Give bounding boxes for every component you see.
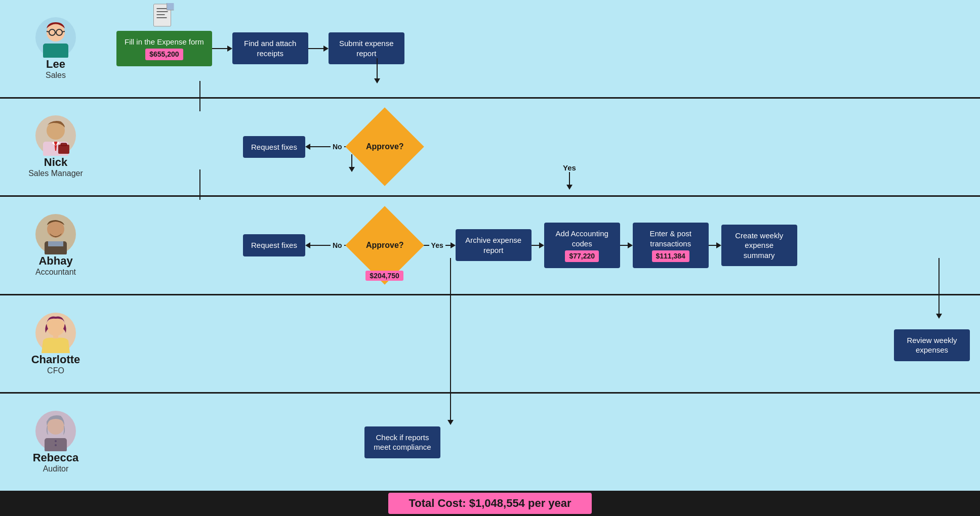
abhay-request-fixes-box: Request fixes xyxy=(243,234,305,256)
avatar-lee xyxy=(35,17,76,58)
svg-rect-1 xyxy=(43,44,68,58)
charlotte-name: Charlotte xyxy=(31,353,80,366)
add-accounting-codes-box: Add Accounting codes $77,220 xyxy=(544,223,620,268)
lee-flow: Fill in the Expense form $655,200 Find a… xyxy=(111,26,980,71)
svg-point-34 xyxy=(55,440,57,442)
actor-nick: Nick Sales Manager xyxy=(0,110,111,183)
rebecca-name: Rebecca xyxy=(33,451,79,464)
avatar-charlotte xyxy=(35,313,76,353)
arrow-2 xyxy=(308,46,329,52)
create-weekly-expense-summary-box: Create weekly expense summary xyxy=(721,225,797,267)
abhay-role: Accountant xyxy=(35,268,76,277)
lee-cost-badge: $655,200 xyxy=(145,49,183,60)
abhay-yes-arrow: Yes xyxy=(419,241,456,249)
find-attach-receipts-box: Find and attach receipts xyxy=(232,32,308,64)
lee-role: Sales xyxy=(46,71,66,80)
fill-expense-form-box: Fill in the Expense form $655,200 xyxy=(116,31,212,66)
review-weekly-expenses-box: Review weekly expenses xyxy=(894,329,970,361)
svg-line-6 xyxy=(47,31,49,32)
submit-expense-report-box: Submit expense report xyxy=(329,32,404,64)
abhay-name: Abhay xyxy=(38,254,72,268)
svg-rect-9 xyxy=(157,8,168,9)
svg-rect-12 xyxy=(157,17,167,18)
actor-abhay: Abhay Accountant xyxy=(0,209,111,282)
svg-rect-30 xyxy=(53,334,58,338)
rebecca-role: Auditor xyxy=(43,464,69,474)
arrow-4 xyxy=(620,242,633,248)
nick-approve-diamond: Approve? xyxy=(345,108,424,187)
swim-lane-charlotte: Charlotte CFO Review weekly expenses xyxy=(0,295,980,394)
enter-post-transactions-box: Enter & post transactions $111,384 xyxy=(633,223,709,268)
archive-expense-report-box: Archive expense report xyxy=(456,229,532,261)
swim-lane-lee: Lee Sales xyxy=(0,0,980,99)
arrow-1 xyxy=(212,46,232,52)
swim-lane-rebecca: Rebecca Auditor Check if reports meet co… xyxy=(0,394,980,491)
check-compliance-box: Check if reports meet compliance xyxy=(364,426,440,458)
actor-lee: Lee Sales xyxy=(0,12,111,85)
document-icon xyxy=(153,3,176,30)
actor-rebecca: Rebecca Auditor xyxy=(0,406,111,479)
nick-role: Sales Manager xyxy=(28,169,83,178)
avatar-rebecca xyxy=(35,411,76,451)
avatar-nick xyxy=(35,115,76,156)
svg-rect-11 xyxy=(157,14,165,15)
svg-rect-10 xyxy=(157,11,168,12)
svg-line-7 xyxy=(62,31,65,32)
arrow-5 xyxy=(709,242,721,248)
actor-charlotte: Charlotte CFO xyxy=(0,308,111,380)
nick-name: Nick xyxy=(44,156,67,169)
svg-rect-27 xyxy=(48,241,63,246)
svg-rect-19 xyxy=(61,143,67,146)
transactions-cost: $111,384 xyxy=(652,250,689,262)
nick-flow: Request fixes No Approve? Yes xyxy=(111,104,980,191)
swim-lane-nick: Nick Sales Manager Request fixes No xyxy=(0,99,980,197)
abhay-flow: Request fixes No Approve? $204,750 xyxy=(111,202,980,289)
rebecca-flow: Check if reports meet compliance xyxy=(111,421,980,463)
avatar-abhay xyxy=(35,214,76,254)
nick-request-fixes-box: Request fixes xyxy=(243,136,305,158)
swim-lane-abhay: Abhay Accountant Request fixes No xyxy=(0,197,980,295)
svg-rect-13 xyxy=(167,3,174,10)
charlotte-role: CFO xyxy=(47,366,64,375)
abhay-decision-cost: $204,750 xyxy=(365,271,403,281)
arrow-3 xyxy=(532,242,544,248)
charlotte-flow: Review weekly expenses xyxy=(111,322,980,366)
accounting-cost: $77,220 xyxy=(565,250,599,262)
lee-name: Lee xyxy=(46,58,65,71)
svg-point-35 xyxy=(55,444,57,446)
svg-rect-18 xyxy=(58,145,69,154)
diagram-container: Lee Sales xyxy=(0,0,980,491)
total-cost-bar: Total Cost: $1,048,554 per year xyxy=(0,491,980,516)
svg-point-29 xyxy=(47,318,65,336)
total-cost-badge: Total Cost: $1,048,554 per year xyxy=(388,493,591,514)
